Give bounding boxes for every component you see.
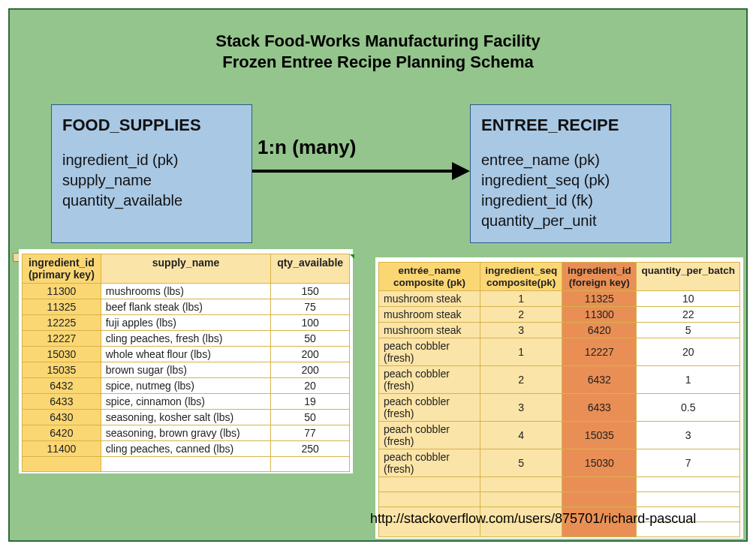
table-row-empty — [379, 477, 740, 492]
title-line-1: Stack Food-Works Manufacturing Facility — [10, 31, 746, 52]
cell-supply-name: brown sugar (lbs) — [101, 362, 271, 378]
table-row: peach cobbler (fresh)5150307 — [379, 449, 740, 477]
entity-name: ENTREE_RECIPE — [481, 114, 660, 137]
attribution-url: http://stackoverflow.com/users/875701/ri… — [370, 511, 696, 527]
food-supplies-table: ingredient_id (primary key) supply_name … — [19, 249, 353, 473]
cell-supply-name: whole wheat flour (lbs) — [101, 347, 271, 362]
entity-field: ingredient_seq (pk) — [481, 170, 660, 191]
entity-entree-recipe: ENTREE_RECIPE entree_name (pk) ingredien… — [470, 104, 671, 243]
cell-supply-name: seasoning, kosher salt (lbs) — [101, 410, 271, 425]
cell-qty: 0.5 — [637, 394, 740, 422]
cell-entree-name: mushroom steak — [379, 323, 480, 338]
cell-entree-name: peach cobbler (fresh) — [379, 449, 480, 477]
table-row: 11300mushrooms (lbs)150 — [23, 284, 350, 299]
diagram-canvas: Stack Food-Works Manufacturing Facility … — [8, 8, 748, 542]
cell-ingredient-id: 15030 — [562, 449, 637, 477]
col-qty-available: qty_available — [271, 254, 350, 284]
cell-entree-name: peach cobbler (fresh) — [379, 394, 480, 422]
entity-field: ingredient_id (fk) — [481, 191, 660, 211]
cell-seq: 3 — [480, 394, 562, 422]
entity-field: entree_name (pk) — [481, 150, 660, 170]
cell-qty: 50 — [271, 410, 350, 425]
col-entree-name: entrée_name composite (pk) — [379, 263, 480, 291]
cell-qty: 7 — [637, 449, 740, 477]
cell-ingredient-id: 11300 — [23, 284, 101, 299]
cell-seq: 2 — [480, 366, 562, 394]
cell-entree-name: peach cobbler (fresh) — [379, 366, 480, 394]
cell-qty: 20 — [637, 338, 740, 366]
cell-qty: 100 — [271, 315, 350, 331]
arrow-head-icon — [452, 162, 470, 180]
table-row: 11400cling peaches, canned (lbs)250 — [23, 441, 350, 457]
cell-entree-name: mushroom steak — [379, 291, 480, 307]
table-header-row: ingredient_id (primary key) supply_name … — [23, 254, 350, 284]
cell-supply-name: cling peaches, fresh (lbs) — [101, 331, 271, 347]
table-row: 6433spice, cinnamon (lbs)19 — [23, 394, 350, 410]
cell-supply-name: cling peaches, canned (lbs) — [101, 441, 271, 457]
table-row: peach cobbler (fresh)11222720 — [379, 338, 740, 366]
relationship-label: 1:n (many) — [258, 136, 356, 159]
cell-qty: 19 — [271, 394, 350, 410]
diagram-title: Stack Food-Works Manufacturing Facility … — [10, 31, 746, 72]
table-row: 15035brown sugar (lbs)200 — [23, 362, 350, 378]
entity-field: quantity_per_unit — [481, 211, 660, 231]
col-qty-per-batch: quantity_per_batch — [637, 263, 740, 291]
cell-seq: 3 — [480, 323, 562, 338]
entity-field: ingredient_id (pk) — [62, 150, 241, 170]
recipe-data-table: entrée_name composite (pk) ingredient_se… — [378, 262, 740, 537]
cell-seq: 2 — [480, 307, 562, 323]
cell-ingredient-id: 11325 — [562, 291, 637, 307]
cell-ingredient-id: 11325 — [23, 299, 101, 315]
table-row: 12227cling peaches, fresh (lbs)50 — [23, 331, 350, 347]
table-header-row: entrée_name composite (pk) ingredient_se… — [379, 263, 740, 291]
entree-recipe-table: entrée_name composite (pk) ingredient_se… — [375, 257, 743, 539]
arrow-line-icon — [252, 170, 455, 173]
cell-ingredient-id: 15035 — [23, 362, 101, 378]
cell-qty: 5 — [637, 323, 740, 338]
cell-qty: 50 — [271, 331, 350, 347]
cell-ingredient-id: 6420 — [23, 425, 101, 441]
cell-ingredient-id: 12227 — [23, 331, 101, 347]
table-row: peach cobbler (fresh)4150353 — [379, 422, 740, 449]
cell-ingredient-id: 15035 — [562, 422, 637, 449]
cell-seq: 1 — [480, 338, 562, 366]
cell-supply-name: spice, nutmeg (lbs) — [101, 378, 271, 394]
cell-qty: 200 — [271, 347, 350, 362]
title-line-2: Frozen Entree Recipe Planning Schema — [10, 52, 746, 73]
cell-ingredient-id: 6420 — [562, 323, 637, 338]
cell-ingredient-id: 12227 — [562, 338, 637, 366]
entity-field: quantity_available — [62, 191, 241, 211]
table-row-empty — [379, 492, 740, 507]
entity-field: supply_name — [62, 170, 241, 191]
table-row: 12225fuji apples (lbs)100 — [23, 315, 350, 331]
cell-qty: 3 — [637, 422, 740, 449]
cell-ingredient-id: 6432 — [23, 378, 101, 394]
table-row: 11325beef flank steak (lbs)75 — [23, 299, 350, 315]
cell-supply-name: spice, cinnamon (lbs) — [101, 394, 271, 410]
cell-seq: 5 — [480, 449, 562, 477]
cell-seq: 4 — [480, 422, 562, 449]
entity-name: FOOD_SUPPLIES — [62, 114, 241, 137]
col-ingredient-id: ingredient_id (primary key) — [23, 254, 101, 284]
col-ingredient-id: ingredient_id (foreign key) — [562, 263, 637, 291]
cell-entree-name: peach cobbler (fresh) — [379, 338, 480, 366]
cell-ingredient-id: 12225 — [23, 315, 101, 331]
table-row: peach cobbler (fresh)364330.5 — [379, 394, 740, 422]
cell-supply-name: mushrooms (lbs) — [101, 284, 271, 299]
error-flag-icon — [350, 254, 354, 259]
cell-seq: 1 — [480, 291, 562, 307]
cell-qty: 150 — [271, 284, 350, 299]
col-ingredient-seq: ingredient_seq composite(pk) — [480, 263, 562, 291]
table-row: mushroom steak11132510 — [379, 291, 740, 307]
table-row: 15030whole wheat flour (lbs)200 — [23, 347, 350, 362]
cell-ingredient-id: 11400 — [23, 441, 101, 457]
table-row: mushroom steak364205 — [379, 323, 740, 338]
cell-ingredient-id: 6433 — [562, 394, 637, 422]
cell-qty: 10 — [637, 291, 740, 307]
cell-supply-name: fuji apples (lbs) — [101, 315, 271, 331]
table-row: 6432spice, nutmeg (lbs)20 — [23, 378, 350, 394]
cell-entree-name: peach cobbler (fresh) — [379, 422, 480, 449]
cell-qty: 200 — [271, 362, 350, 378]
relationship-arrow — [252, 164, 470, 179]
cell-qty: 20 — [271, 378, 350, 394]
